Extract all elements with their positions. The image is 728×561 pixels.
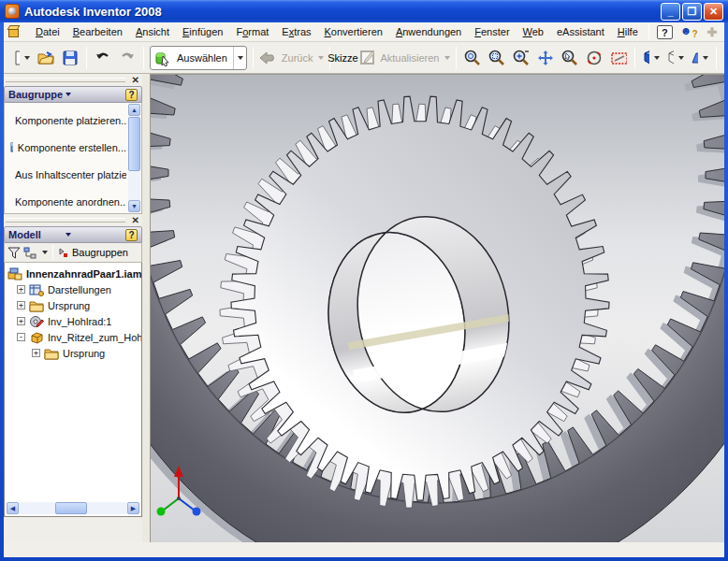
plane-dropdown[interactable] bbox=[703, 56, 708, 60]
close-button[interactable]: ✕ bbox=[704, 3, 723, 21]
undo-button[interactable] bbox=[91, 46, 115, 70]
zoom-window-icon bbox=[488, 50, 505, 66]
assembly-help-icon[interactable]: ? bbox=[125, 89, 138, 101]
tree-inv-hohlrad[interactable]: + Inv_Hohlrad:1 bbox=[17, 313, 141, 329]
menu-web[interactable]: Web bbox=[517, 23, 550, 40]
scroll-up-icon[interactable]: ▲ bbox=[128, 104, 140, 116]
cmd-create-component[interactable]: Komponente erstellen... bbox=[7, 134, 126, 161]
side-panel: ✕ Baugruppe ? Komponente platzieren... bbox=[4, 74, 142, 542]
assemblies-filter-label[interactable]: Baugruppen bbox=[72, 247, 128, 258]
look-at-icon bbox=[610, 50, 627, 66]
filter-icon[interactable] bbox=[7, 246, 22, 260]
model-tree: InnenzahnradPaar1.iam + Darstellungen + … bbox=[4, 263, 142, 517]
menu-konvertieren[interactable]: Konvertieren bbox=[318, 23, 389, 40]
menu-bar: Datei Bearbeiten Ansicht Einfügen Format… bbox=[4, 22, 724, 42]
menu-eassistant[interactable]: eAssistant bbox=[550, 23, 611, 40]
tree-darstellungen[interactable]: + Darstellungen bbox=[17, 281, 141, 297]
display-dropdown[interactable] bbox=[654, 56, 660, 60]
save-floppy-icon bbox=[63, 50, 78, 65]
new-document-button[interactable] bbox=[9, 46, 34, 70]
folder-icon bbox=[44, 347, 59, 360]
pan-button[interactable] bbox=[533, 46, 558, 70]
assembly-panel-grab[interactable]: ✕ bbox=[4, 74, 142, 86]
zoom-selected-button[interactable] bbox=[558, 46, 582, 70]
model-panel-chevron-icon bbox=[66, 233, 71, 237]
panel-splitter[interactable] bbox=[142, 74, 150, 542]
display-shaded-button[interactable] bbox=[639, 46, 663, 70]
minimize-button[interactable]: _ bbox=[661, 3, 680, 21]
menu-hilfe[interactable]: Hilfe bbox=[611, 23, 645, 40]
menu-datei[interactable]: Datei bbox=[29, 23, 66, 40]
select-tool-button[interactable]: Auswählen bbox=[150, 46, 247, 70]
orbit-icon bbox=[586, 50, 603, 66]
menu-anwendungen[interactable]: Anwendungen bbox=[389, 23, 468, 40]
orbit-button[interactable] bbox=[582, 46, 606, 70]
tree-ursprung-1[interactable]: + Ursprung bbox=[17, 297, 141, 313]
expand-icon[interactable]: + bbox=[32, 349, 40, 357]
part-box-icon bbox=[29, 331, 44, 344]
tree-inv-ritzel[interactable]: - Inv_Ritzel_zum_Hohlrad bbox=[17, 329, 141, 345]
plane-icon bbox=[692, 51, 698, 65]
zoom-all-button[interactable] bbox=[460, 46, 485, 70]
expand-icon[interactable]: + bbox=[17, 317, 25, 325]
cmd-place-component[interactable]: Komponente platzieren... bbox=[7, 107, 126, 134]
expand-icon[interactable]: + bbox=[17, 285, 25, 294]
redo-icon bbox=[119, 50, 136, 65]
scroll-thumb[interactable] bbox=[128, 117, 140, 171]
tree-hscrollbar[interactable]: ◀ ▶ bbox=[7, 502, 139, 514]
assembly-panel-header[interactable]: Baugruppe ? bbox=[4, 86, 142, 103]
viewport[interactable] bbox=[150, 74, 724, 542]
sketch-button[interactable]: Skizze bbox=[334, 46, 358, 70]
help-topics-icon[interactable]: ? bbox=[657, 25, 673, 39]
assembly-panel-scrollbar[interactable]: ▲ ▼ bbox=[128, 104, 140, 212]
menu-einfuegen[interactable]: Einfügen bbox=[176, 23, 229, 40]
hscroll-thumb[interactable] bbox=[55, 502, 87, 514]
scroll-right-icon[interactable]: ▶ bbox=[127, 502, 139, 514]
model-panel-grab[interactable]: ✕ bbox=[4, 214, 142, 226]
maximize-button[interactable]: ❐ bbox=[682, 3, 702, 21]
back-label: Zurück bbox=[278, 52, 317, 64]
update-label: Aktualisieren bbox=[376, 52, 443, 64]
scroll-left-icon[interactable]: ◀ bbox=[7, 502, 19, 514]
expand-icon[interactable]: + bbox=[17, 301, 25, 309]
hierarchy-icon[interactable] bbox=[23, 246, 38, 260]
menu-ansicht[interactable]: Ansicht bbox=[129, 23, 176, 40]
cmd-place-from-content-center[interactable]: Aus Inhaltscenter platzieren bbox=[7, 161, 126, 188]
assembly-panel-title: Baugruppe bbox=[8, 89, 63, 100]
shadow-plane-button[interactable] bbox=[688, 46, 712, 70]
scroll-down-icon[interactable]: ▼ bbox=[128, 200, 140, 212]
help-assistant-icon[interactable]: ☻? bbox=[680, 24, 698, 39]
hierarchy-dropdown[interactable] bbox=[42, 251, 48, 254]
assembly-panel-close-icon[interactable]: ✕ bbox=[132, 74, 139, 86]
title-bar[interactable]: Autodesk Inventor 2008 _ ❐ ✕ bbox=[0, 0, 728, 22]
menu-fenster[interactable]: Fenster bbox=[468, 23, 516, 40]
display-camera-button[interactable] bbox=[663, 46, 688, 70]
model-help-icon[interactable]: ? bbox=[125, 229, 138, 241]
new-dropdown-arrow[interactable] bbox=[24, 56, 30, 60]
model-panel-close-icon[interactable]: ✕ bbox=[132, 214, 139, 226]
assembly-icon bbox=[7, 267, 22, 280]
clipped-toolbar-button[interactable] bbox=[721, 46, 728, 70]
update-icon bbox=[360, 50, 376, 65]
look-at-button[interactable] bbox=[606, 46, 631, 70]
collapse-icon[interactable]: - bbox=[17, 333, 25, 341]
undo-icon bbox=[95, 50, 111, 65]
model-panel-header[interactable]: Modell ? bbox=[4, 226, 142, 243]
camera-dropdown[interactable] bbox=[678, 56, 684, 60]
update-button-disabled: Aktualisieren bbox=[360, 46, 450, 70]
tree-root-assembly[interactable]: InnenzahnradPaar1.iam bbox=[7, 266, 141, 281]
redo-button[interactable] bbox=[115, 46, 139, 70]
tree-ursprung-2[interactable]: + Ursprung bbox=[32, 345, 141, 361]
menu-bearbeiten[interactable]: Bearbeiten bbox=[66, 23, 129, 40]
save-button[interactable] bbox=[58, 46, 82, 70]
zoom-window-button[interactable] bbox=[485, 46, 509, 70]
zoom-button[interactable] bbox=[509, 46, 533, 70]
select-dropdown[interactable] bbox=[233, 47, 246, 69]
zoom-all-icon bbox=[464, 50, 481, 66]
open-button[interactable] bbox=[34, 46, 58, 70]
menu-format[interactable]: Format bbox=[229, 23, 275, 40]
pan-icon bbox=[537, 50, 554, 66]
menu-extras[interactable]: Extras bbox=[275, 23, 317, 40]
cmd-pattern-component[interactable]: Komponente anordnen... bbox=[7, 188, 126, 215]
viewport-canvas[interactable] bbox=[151, 75, 724, 542]
